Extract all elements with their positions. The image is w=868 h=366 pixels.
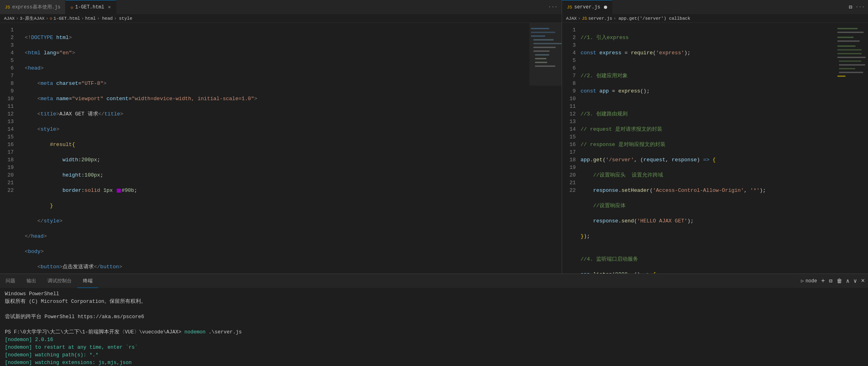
rcode-line-14: response.send('HELLO AJAX GET'); [581, 217, 836, 225]
svg-rect-25 [839, 72, 863, 73]
close-panel-icon[interactable]: × [861, 278, 865, 285]
code-line-16: <button>点击发送请求</button> [19, 263, 529, 271]
tab-get-html-label: 1-GET.html [75, 4, 104, 10]
code-line-14: </head> [19, 232, 529, 240]
rcode-line-8: // request 是对请求报文的封装 [581, 125, 836, 133]
left-minimap [529, 23, 562, 273]
term-line-3 [5, 306, 863, 313]
term-line-4: 尝试新的跨平台 PowerShell https://aka.ms/pscore… [5, 313, 863, 321]
svg-rect-14 [837, 28, 858, 29]
term-line-2: 版权所有 (C) Microsoft Corporation。保留所有权利。 [5, 298, 863, 306]
split-terminal-icon[interactable]: ⊟ [829, 278, 832, 284]
bc-sep4: › [97, 16, 100, 21]
right-editor-panel: JS server.js ⊟ ··· AJAX › JS server.js ›… [562, 0, 868, 273]
svg-rect-17 [837, 41, 860, 42]
rcode-line-13: //设置响应体 [581, 202, 836, 210]
code-line-11: border:solid 1px #90b; [19, 187, 529, 194]
svg-rect-24 [839, 68, 855, 69]
code-line-9: width:200px; [19, 156, 529, 164]
bc-html-icon: ◇ [50, 16, 52, 21]
svg-rect-12 [529, 23, 562, 86]
rcode-line-12: response.setHeader('Access-Control-Allow… [581, 187, 836, 194]
tab-server-label: server.js [574, 4, 600, 10]
rcode-line-1: //1. 引入express [581, 34, 836, 41]
svg-rect-16 [837, 37, 854, 38]
term-line-10: [nodemon] watching extensions: js,mjs,js… [5, 359, 863, 366]
left-line-numbers: 12345 678910 1112131415 1617181920 2122 [0, 23, 17, 273]
rcode-line-5: const app = express(); [581, 87, 836, 95]
rcode-line-18: app.listen(8000, () => { [581, 271, 836, 273]
rcode-line-7: //3. 创建路由规则 [581, 110, 836, 118]
rbc-serverjs[interactable]: server.js [588, 16, 612, 21]
rcode-line-9: // response 是对响应报文的封装 [581, 141, 836, 148]
code-line-3: <head> [19, 64, 529, 72]
code-line-2: <html lang="en"> [19, 49, 529, 57]
rbc-sep2: › [614, 16, 616, 21]
bc-3ajax[interactable]: 3-原生AJAX [20, 15, 45, 21]
svg-rect-20 [837, 53, 862, 54]
bc-ajax[interactable]: AJAX [4, 16, 14, 21]
code-line-15: <body> [19, 248, 529, 255]
bc-sep3: › [81, 16, 84, 21]
code-line-7: <style> [19, 125, 529, 133]
svg-rect-21 [837, 57, 866, 58]
right-code-area: 12345 678910 1112131415 1617181920 2122 … [562, 23, 868, 273]
svg-rect-18 [837, 45, 856, 47]
js-server-icon: JS [567, 5, 572, 10]
svg-rect-23 [839, 64, 865, 66]
rcode-line-11: //设置响应头 设置允许跨域 [581, 171, 836, 179]
tab-more-right[interactable]: ··· [856, 4, 865, 10]
term-line-7: [nodemon] 2.0.16 [5, 336, 863, 344]
bottom-panel: 问题 输出 调试控制台 终端 ▷ node + ⊟ 🗑 ∧ ∨ × [0, 273, 868, 366]
bc-sep5: › [114, 16, 117, 21]
rcode-line-2: const express = require('express'); [581, 49, 836, 57]
right-tab-actions: ⊟ ··· [845, 0, 868, 14]
js-icon: JS [5, 5, 10, 10]
html-icon: ◇ [70, 5, 73, 10]
left-tab-bar: JS express基本使用.js ◇ 1-GET.html × ··· [0, 0, 562, 14]
bc-head[interactable]: head [102, 16, 113, 21]
bc-get[interactable]: 1-GET.html [54, 16, 80, 21]
term-line-8: [nodemon] to restart at any time, enter … [5, 344, 863, 352]
panel-actions: ▷ node + ⊟ 🗑 ∧ ∨ × [798, 274, 868, 288]
left-code-content[interactable]: <!DOCTYPE html> <html lang="en"> <head> … [17, 23, 529, 273]
modified-dot [604, 6, 607, 9]
code-line-10: height:100px; [19, 171, 529, 179]
term-line-6: PS F:\0大学学习\大二\大二下\1-前端脚本开发〈VUE〉\vuecode… [5, 329, 863, 336]
tab-express[interactable]: JS express基本使用.js [0, 0, 66, 14]
bc-sep2: › [46, 16, 49, 21]
left-breadcrumb: AJAX › 3-原生AJAX › ◇ 1-GET.html › html › … [0, 14, 562, 23]
bc-style[interactable]: style [119, 16, 132, 21]
rcode-line-10: app.get('/server', (request, response) =… [581, 156, 836, 164]
tab-express-label: express基本使用.js [12, 4, 60, 10]
term-line-5 [5, 321, 863, 329]
code-line-12: } [19, 202, 529, 210]
tab-problems[interactable]: 问题 [0, 274, 21, 288]
chevron-up-icon[interactable]: ∧ [846, 278, 849, 284]
chevron-down-icon[interactable]: ∨ [854, 278, 857, 284]
code-line-1: <!DOCTYPE html> [19, 34, 529, 41]
svg-rect-22 [839, 60, 861, 62]
right-tab-bar: JS server.js ⊟ ··· [562, 0, 868, 14]
rbc-ajax[interactable]: AJAX [566, 16, 577, 21]
tab-more-left[interactable]: ··· [544, 0, 562, 14]
terminal-content[interactable]: Windows PowerShell 版权所有 (C) Microsoft Co… [0, 288, 868, 366]
code-line-13: </style> [19, 217, 529, 225]
right-code-content[interactable]: //1. 引入express const express = require('… [579, 23, 836, 273]
trash-icon[interactable]: 🗑 [837, 278, 842, 284]
code-line-5: <meta name="viewport" content="width=dev… [19, 95, 529, 103]
add-terminal-icon[interactable]: + [821, 278, 825, 285]
rbc-callback[interactable]: app.get('/server') callback [618, 16, 690, 21]
tab-output[interactable]: 输出 [21, 274, 42, 288]
left-code-area: 12345 678910 1112131415 1617181920 2122 … [0, 23, 562, 273]
split-editor-icon[interactable]: ⊟ [849, 4, 852, 10]
bc-html-tag[interactable]: html [85, 16, 95, 21]
panel-tab-bar: 问题 输出 调试控制台 终端 ▷ node + ⊟ 🗑 ∧ ∨ × [0, 274, 868, 288]
close-tab-left-icon[interactable]: × [108, 4, 111, 10]
tab-terminal[interactable]: 终端 [77, 274, 98, 288]
tab-get-html[interactable]: ◇ 1-GET.html × [66, 0, 116, 14]
run-node-icon[interactable]: ▷ node [801, 278, 817, 284]
tab-server-js[interactable]: JS server.js [562, 0, 612, 14]
svg-rect-13 [836, 23, 868, 273]
tab-debug-console[interactable]: 调试控制台 [42, 274, 77, 288]
